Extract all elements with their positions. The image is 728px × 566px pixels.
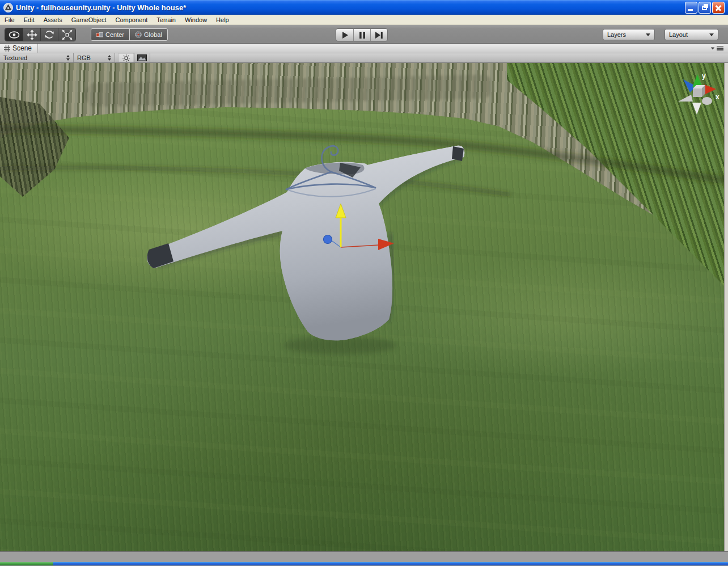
menu-edit[interactable]: Edit — [19, 16, 39, 24]
axis-cone-left[interactable] — [678, 95, 693, 102]
pause-icon — [359, 32, 365, 39]
scale-tool-button[interactable] — [58, 28, 75, 41]
menu-component[interactable]: Component — [111, 16, 152, 24]
transform-tools — [5, 28, 76, 41]
layers-label: Layers — [607, 31, 626, 38]
pause-button[interactable] — [353, 29, 370, 41]
chevron-down-icon — [646, 33, 650, 36]
window-bottom-strip — [0, 551, 728, 562]
play-button[interactable] — [336, 29, 353, 41]
shirt-model[interactable] — [147, 146, 464, 341]
center-pivot-label: Center — [105, 31, 124, 38]
pivot-toggle-group: Center Global — [91, 28, 168, 41]
chevron-down-icon — [709, 33, 714, 36]
color-mode-value: RGB — [77, 54, 91, 61]
restore-button[interactable] — [699, 2, 711, 14]
step-icon — [375, 32, 383, 39]
menu-assets[interactable]: Assets — [39, 16, 67, 24]
rotate-tool-button[interactable] — [40, 28, 58, 41]
rotate-icon — [44, 29, 54, 40]
taskbar-sliver[interactable] — [0, 562, 728, 565]
global-space-button[interactable]: Global — [129, 29, 167, 40]
scene-panel-tabbar: Scene — [0, 44, 728, 53]
sun-icon — [122, 54, 130, 62]
axis-x-label: x — [716, 93, 719, 101]
center-pivot-icon — [96, 32, 103, 37]
layout-dropdown[interactable]: Layout — [664, 29, 718, 40]
menu-gameobject[interactable]: GameObject — [67, 16, 111, 24]
panel-options-button[interactable] — [710, 46, 723, 50]
menu-bar: File Edit Assets GameObject Component Te… — [0, 15, 728, 25]
globe-icon — [135, 31, 142, 38]
titlebar[interactable]: Unity - fullhouseunity.unity - Unity Who… — [0, 0, 728, 15]
axis-orientation-gizmo[interactable]: y x — [678, 72, 719, 115]
minimize-button[interactable] — [685, 2, 697, 14]
updown-arrows-icon — [66, 55, 70, 61]
axis-cone-down[interactable] — [692, 103, 701, 115]
viewport-right-scrollstrip[interactable] — [724, 63, 728, 551]
main-toolbar: Center Global — [0, 25, 728, 44]
scene-viewport[interactable]: y x — [0, 63, 728, 551]
move-tool-button[interactable] — [23, 28, 40, 41]
minimize-icon — [688, 9, 693, 11]
menu-file[interactable]: File — [0, 16, 19, 24]
unity-logo-icon — [3, 3, 13, 12]
tab-scene[interactable]: Scene — [0, 44, 38, 53]
view-tool-button[interactable] — [5, 28, 23, 41]
playback-controls — [336, 28, 388, 41]
scale-icon — [62, 29, 73, 40]
eye-icon — [9, 31, 20, 39]
updown-arrows-icon — [108, 55, 111, 61]
grid-icon — [4, 45, 10, 52]
menu-window[interactable]: Window — [180, 16, 211, 24]
menu-lines-icon — [717, 46, 723, 50]
axis-cone-back[interactable] — [702, 97, 712, 105]
step-button[interactable] — [370, 29, 387, 41]
menu-terrain[interactable]: Terrain — [152, 16, 180, 24]
menu-help[interactable]: Help — [211, 16, 234, 24]
caret-icon — [711, 47, 714, 49]
scene-lighting-toggle[interactable] — [118, 53, 134, 62]
axis-cube — [693, 85, 705, 97]
move-icon — [27, 29, 37, 40]
axis-y-label: y — [702, 72, 706, 80]
close-button[interactable] — [712, 2, 725, 14]
scene-tab-label: Scene — [12, 44, 32, 52]
render-mode-button[interactable] — [134, 53, 150, 62]
scene-view-controls: Textured RGB — [0, 53, 728, 63]
draw-mode-dropdown[interactable]: Textured — [0, 53, 74, 62]
scene-3d-overlay: y x — [0, 63, 728, 551]
axis-cone-x[interactable] — [704, 85, 716, 95]
layers-dropdown[interactable]: Layers — [603, 29, 655, 40]
center-pivot-button[interactable]: Center — [91, 29, 129, 40]
play-icon — [342, 32, 348, 39]
draw-mode-value: Textured — [3, 54, 27, 61]
gizmo-z-handle[interactable] — [324, 235, 332, 244]
unity-window: Unity - fullhouseunity.unity - Unity Who… — [0, 0, 728, 566]
color-mode-dropdown[interactable]: RGB — [74, 53, 115, 62]
global-space-label: Global — [144, 31, 162, 38]
layout-label: Layout — [669, 31, 688, 38]
start-button-edge[interactable] — [0, 562, 53, 565]
picture-icon — [137, 54, 147, 61]
window-title: Unity - fullhouseunity.unity - Unity Who… — [16, 3, 685, 12]
taskbar-edge[interactable] — [53, 562, 728, 565]
